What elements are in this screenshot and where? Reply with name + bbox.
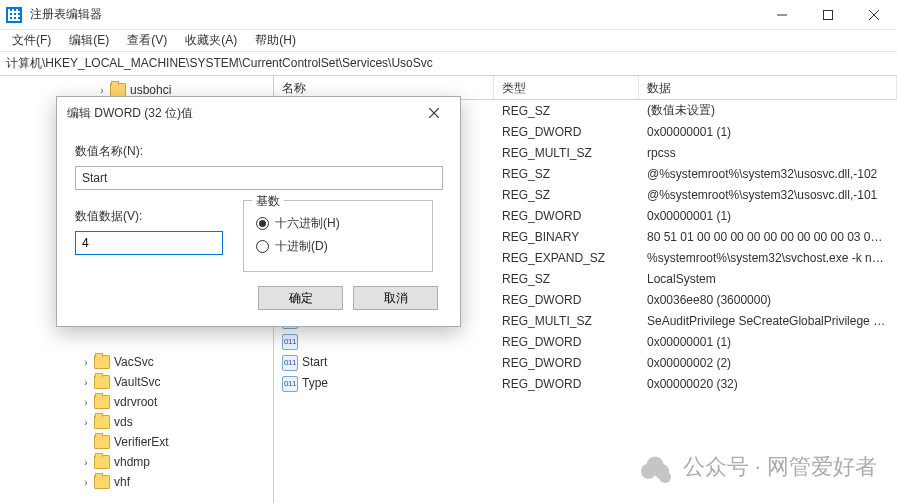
- tree-item[interactable]: ›VaultSvc: [0, 372, 273, 392]
- menu-help[interactable]: 帮助(H): [247, 30, 304, 51]
- tree-item[interactable]: ›vds: [0, 412, 273, 432]
- folder-icon: [94, 375, 110, 389]
- cell-name: 011Start: [274, 355, 494, 371]
- chevron-right-icon[interactable]: ›: [96, 85, 108, 96]
- close-button[interactable]: [851, 0, 897, 30]
- chevron-right-icon[interactable]: ›: [80, 397, 92, 408]
- tree-item[interactable]: ›vhf: [0, 472, 273, 492]
- watermark: 公众号 · 网管爱好者: [637, 449, 877, 485]
- cell-data: 0x00000002 (2): [639, 356, 897, 370]
- cell-data: (数值未设置): [639, 102, 897, 119]
- cell-data: SeAuditPrivilege SeCreateGlobalPrivilege…: [639, 314, 897, 328]
- tree-item[interactable]: ›vhdmp: [0, 452, 273, 472]
- cell-type: REG_SZ: [494, 272, 639, 286]
- radio-icon: [256, 217, 269, 230]
- cell-data: @%systemroot%\system32\usosvc.dll,-102: [639, 167, 897, 181]
- base-legend: 基数: [252, 193, 284, 210]
- folder-icon: [94, 435, 110, 449]
- reg-binary-icon: 011: [282, 334, 298, 350]
- folder-icon: [94, 415, 110, 429]
- chevron-right-icon[interactable]: ›: [80, 417, 92, 428]
- cell-data: 0x0036ee80 (3600000): [639, 293, 897, 307]
- list-row[interactable]: 011TypeREG_DWORD0x00000020 (32): [274, 373, 897, 394]
- menu-file[interactable]: 文件(F): [4, 30, 59, 51]
- cell-type: REG_BINARY: [494, 230, 639, 244]
- cell-type: REG_DWORD: [494, 209, 639, 223]
- radio-hex[interactable]: 十六进制(H): [256, 215, 420, 232]
- tree-item-label: vds: [114, 415, 133, 429]
- app-title: 注册表编辑器: [30, 6, 759, 23]
- radio-hex-label: 十六进制(H): [275, 215, 340, 232]
- titlebar: 注册表编辑器: [0, 0, 897, 30]
- cell-data: LocalSystem: [639, 272, 897, 286]
- chevron-right-icon[interactable]: ›: [80, 377, 92, 388]
- column-header-data[interactable]: 数据: [639, 76, 897, 99]
- tree-item-label: vhdmp: [114, 455, 150, 469]
- edit-dword-dialog: 编辑 DWORD (32 位)值 数值名称(N): 数值数据(V): 基数 十六…: [56, 96, 461, 327]
- folder-icon: [94, 475, 110, 489]
- radio-dec[interactable]: 十进制(D): [256, 238, 420, 255]
- reg-binary-icon: 011: [282, 355, 298, 371]
- chevron-right-icon[interactable]: ›: [80, 357, 92, 368]
- cell-type: REG_DWORD: [494, 356, 639, 370]
- cancel-button[interactable]: 取消: [353, 286, 438, 310]
- menu-edit[interactable]: 编辑(E): [61, 30, 117, 51]
- tree-item[interactable]: ›VacSvc: [0, 352, 273, 372]
- cell-type: REG_DWORD: [494, 293, 639, 307]
- folder-icon: [94, 455, 110, 469]
- cell-data: 0x00000020 (32): [639, 377, 897, 391]
- svg-rect-0: [824, 10, 833, 19]
- cell-data: 0x00000001 (1): [639, 335, 897, 349]
- cell-type: REG_EXPAND_SZ: [494, 251, 639, 265]
- dialog-titlebar[interactable]: 编辑 DWORD (32 位)值: [57, 97, 460, 129]
- list-row[interactable]: 011StartREG_DWORD0x00000002 (2): [274, 352, 897, 373]
- reg-binary-icon: 011: [282, 376, 298, 392]
- address-bar[interactable]: 计算机\HKEY_LOCAL_MACHINE\SYSTEM\CurrentCon…: [0, 52, 897, 76]
- app-icon: [6, 7, 22, 23]
- cell-type: REG_DWORD: [494, 125, 639, 139]
- cell-name: 011Type: [274, 376, 494, 392]
- ok-button[interactable]: 确定: [258, 286, 343, 310]
- cell-data: 80 51 01 00 00 00 00 00 00 00 00 00 03 0…: [639, 230, 897, 244]
- value-name-field[interactable]: [75, 166, 443, 190]
- cell-type: REG_DWORD: [494, 377, 639, 391]
- cell-data: @%systemroot%\system32\usosvc.dll,-101: [639, 188, 897, 202]
- cell-data: %systemroot%\system32\svchost.exe -k net…: [639, 251, 897, 265]
- tree-item-label: VerifierExt: [114, 435, 169, 449]
- cell-type: REG_DWORD: [494, 335, 639, 349]
- column-header-type[interactable]: 类型: [494, 76, 639, 99]
- cell-type: REG_SZ: [494, 188, 639, 202]
- cell-data: 0x00000001 (1): [639, 125, 897, 139]
- tree-item[interactable]: ›vdrvroot: [0, 392, 273, 412]
- folder-icon: [94, 395, 110, 409]
- window-controls: [759, 0, 897, 30]
- value-data-field[interactable]: [75, 231, 223, 255]
- list-row[interactable]: 011REG_DWORD0x00000001 (1): [274, 331, 897, 352]
- minimize-button[interactable]: [759, 0, 805, 30]
- chevron-right-icon[interactable]: ›: [80, 477, 92, 488]
- value-name-label: 数值名称(N):: [75, 143, 442, 160]
- wechat-icon: [637, 449, 673, 485]
- cell-type: REG_MULTI_SZ: [494, 314, 639, 328]
- base-fieldset: 基数 十六进制(H) 十进制(D): [243, 200, 433, 272]
- tree-item[interactable]: VerifierExt: [0, 432, 273, 452]
- tree-item-label: vdrvroot: [114, 395, 157, 409]
- tree-item-label: vhf: [114, 475, 130, 489]
- cell-type: REG_SZ: [494, 167, 639, 181]
- value-data-label: 数值数据(V):: [75, 208, 223, 225]
- dialog-close-button[interactable]: [418, 99, 450, 127]
- maximize-button[interactable]: [805, 0, 851, 30]
- watermark-text: 公众号 · 网管爱好者: [683, 452, 877, 482]
- radio-icon: [256, 240, 269, 253]
- chevron-right-icon[interactable]: [80, 437, 92, 448]
- tree-item-label: VacSvc: [114, 355, 154, 369]
- menubar: 文件(F) 编辑(E) 查看(V) 收藏夹(A) 帮助(H): [0, 30, 897, 52]
- cell-type: REG_SZ: [494, 104, 639, 118]
- menu-view[interactable]: 查看(V): [119, 30, 175, 51]
- menu-favorites[interactable]: 收藏夹(A): [177, 30, 245, 51]
- folder-icon: [94, 355, 110, 369]
- cell-type: REG_MULTI_SZ: [494, 146, 639, 160]
- cell-name: 011: [274, 334, 494, 350]
- chevron-right-icon[interactable]: ›: [80, 457, 92, 468]
- dialog-title-text: 编辑 DWORD (32 位)值: [67, 105, 193, 122]
